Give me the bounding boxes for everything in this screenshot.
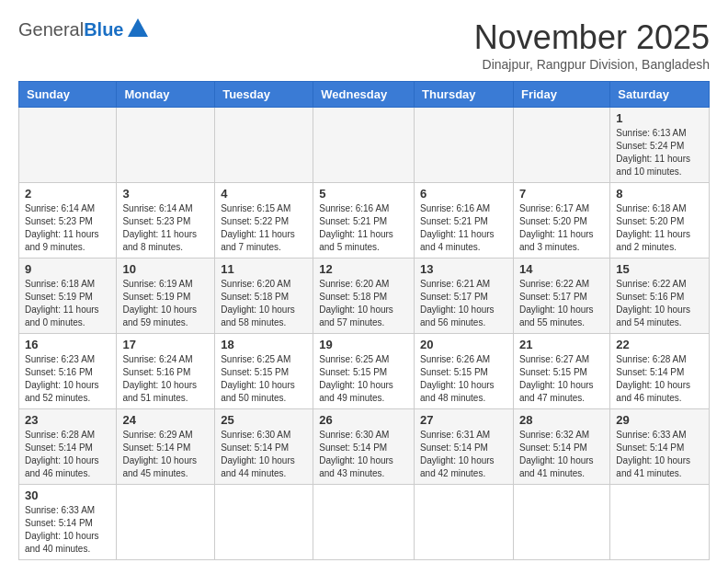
calendar-cell [415, 108, 514, 183]
day-number: 25 [221, 413, 307, 427]
day-info: Sunrise: 6:21 AM Sunset: 5:17 PM Dayligh… [420, 278, 507, 329]
calendar-cell: 7Sunrise: 6:17 AM Sunset: 5:20 PM Daylig… [513, 183, 609, 259]
calendar-table: SundayMondayTuesdayWednesdayThursdayFrid… [18, 81, 710, 560]
day-info: Sunrise: 6:20 AM Sunset: 5:18 PM Dayligh… [221, 278, 307, 329]
calendar-cell: 22Sunrise: 6:28 AM Sunset: 5:14 PM Dayli… [610, 334, 710, 409]
day-number: 12 [319, 262, 408, 276]
calendar-week-row: 9Sunrise: 6:18 AM Sunset: 5:19 PM Daylig… [19, 259, 710, 334]
calendar-cell: 2Sunrise: 6:14 AM Sunset: 5:23 PM Daylig… [19, 183, 117, 259]
day-info: Sunrise: 6:30 AM Sunset: 5:14 PM Dayligh… [319, 429, 408, 480]
day-info: Sunrise: 6:14 AM Sunset: 5:23 PM Dayligh… [122, 202, 209, 254]
day-info: Sunrise: 6:25 AM Sunset: 5:15 PM Dayligh… [221, 353, 307, 405]
day-number: 8 [616, 187, 703, 201]
calendar-cell: 10Sunrise: 6:19 AM Sunset: 5:19 PM Dayli… [117, 259, 215, 334]
logo-general-text: General [18, 19, 84, 40]
day-number: 3 [122, 187, 209, 201]
calendar-cell: 20Sunrise: 6:26 AM Sunset: 5:15 PM Dayli… [415, 334, 514, 409]
weekday-header-thursday: Thursday [415, 82, 514, 108]
calendar-cell: 5Sunrise: 6:16 AM Sunset: 5:21 PM Daylig… [313, 183, 415, 259]
day-number: 17 [122, 338, 209, 351]
calendar-cell: 8Sunrise: 6:18 AM Sunset: 5:20 PM Daylig… [610, 183, 710, 259]
day-number: 4 [221, 187, 307, 201]
calendar-cell: 18Sunrise: 6:25 AM Sunset: 5:15 PM Dayli… [215, 334, 313, 409]
calendar-week-row: 2Sunrise: 6:14 AM Sunset: 5:23 PM Daylig… [19, 183, 710, 259]
day-number: 10 [122, 262, 209, 276]
calendar-cell: 28Sunrise: 6:32 AM Sunset: 5:14 PM Dayli… [513, 409, 609, 485]
day-info: Sunrise: 6:16 AM Sunset: 5:21 PM Dayligh… [420, 202, 507, 254]
day-number: 23 [25, 413, 110, 427]
calendar-cell: 1Sunrise: 6:13 AM Sunset: 5:24 PM Daylig… [610, 108, 710, 183]
calendar-cell: 4Sunrise: 6:15 AM Sunset: 5:22 PM Daylig… [215, 183, 313, 259]
day-info: Sunrise: 6:19 AM Sunset: 5:19 PM Dayligh… [122, 278, 209, 329]
title-area: November 2025 Dinajpur, Rangpur Division… [474, 18, 710, 72]
day-info: Sunrise: 6:17 AM Sunset: 5:20 PM Dayligh… [519, 202, 604, 254]
day-info: Sunrise: 6:31 AM Sunset: 5:14 PM Dayligh… [420, 429, 507, 480]
calendar-cell: 14Sunrise: 6:22 AM Sunset: 5:17 PM Dayli… [513, 259, 609, 334]
day-info: Sunrise: 6:30 AM Sunset: 5:14 PM Dayligh… [221, 429, 307, 480]
day-info: Sunrise: 6:24 AM Sunset: 5:16 PM Dayligh… [122, 353, 209, 405]
location-subtitle: Dinajpur, Rangpur Division, Bangladesh [474, 57, 710, 72]
day-info: Sunrise: 6:29 AM Sunset: 5:14 PM Dayligh… [122, 429, 209, 480]
day-info: Sunrise: 6:14 AM Sunset: 5:23 PM Dayligh… [25, 202, 110, 254]
day-number: 22 [616, 338, 703, 351]
logo: General Blue [18, 18, 148, 41]
weekday-header-tuesday: Tuesday [215, 82, 313, 108]
calendar-cell: 27Sunrise: 6:31 AM Sunset: 5:14 PM Dayli… [415, 409, 514, 485]
calendar-cell: 30Sunrise: 6:33 AM Sunset: 5:14 PM Dayli… [19, 485, 117, 560]
calendar-cell: 11Sunrise: 6:20 AM Sunset: 5:18 PM Dayli… [215, 259, 313, 334]
calendar-cell: 12Sunrise: 6:20 AM Sunset: 5:18 PM Dayli… [313, 259, 415, 334]
calendar-cell: 29Sunrise: 6:33 AM Sunset: 5:14 PM Dayli… [610, 409, 710, 485]
calendar-cell [19, 108, 117, 183]
weekday-header-saturday: Saturday [610, 82, 710, 108]
calendar-cell: 26Sunrise: 6:30 AM Sunset: 5:14 PM Dayli… [313, 409, 415, 485]
calendar-cell [117, 108, 215, 183]
day-number: 9 [25, 262, 110, 276]
calendar-cell [513, 108, 609, 183]
logo-icon [128, 18, 148, 37]
calendar-cell: 23Sunrise: 6:28 AM Sunset: 5:14 PM Dayli… [19, 409, 117, 485]
day-info: Sunrise: 6:16 AM Sunset: 5:21 PM Dayligh… [319, 202, 408, 254]
weekday-header-friday: Friday [513, 82, 609, 108]
day-info: Sunrise: 6:28 AM Sunset: 5:14 PM Dayligh… [25, 429, 110, 480]
day-info: Sunrise: 6:33 AM Sunset: 5:14 PM Dayligh… [616, 429, 703, 480]
day-info: Sunrise: 6:23 AM Sunset: 5:16 PM Dayligh… [25, 353, 110, 405]
calendar-cell: 21Sunrise: 6:27 AM Sunset: 5:15 PM Dayli… [513, 334, 609, 409]
day-number: 21 [519, 338, 604, 351]
calendar-cell: 3Sunrise: 6:14 AM Sunset: 5:23 PM Daylig… [117, 183, 215, 259]
day-number: 29 [616, 413, 703, 427]
logo-blue-text: Blue [84, 19, 123, 40]
calendar-cell: 16Sunrise: 6:23 AM Sunset: 5:16 PM Dayli… [19, 334, 117, 409]
day-info: Sunrise: 6:22 AM Sunset: 5:17 PM Dayligh… [519, 278, 604, 329]
calendar-cell [313, 485, 415, 560]
calendar-cell: 24Sunrise: 6:29 AM Sunset: 5:14 PM Dayli… [117, 409, 215, 485]
day-number: 24 [122, 413, 209, 427]
day-info: Sunrise: 6:25 AM Sunset: 5:15 PM Dayligh… [319, 353, 408, 405]
calendar-cell [313, 108, 415, 183]
day-info: Sunrise: 6:20 AM Sunset: 5:18 PM Dayligh… [319, 278, 408, 329]
calendar-cell [215, 108, 313, 183]
day-info: Sunrise: 6:13 AM Sunset: 5:24 PM Dayligh… [616, 127, 703, 178]
calendar-header-row: SundayMondayTuesdayWednesdayThursdayFrid… [19, 82, 710, 108]
day-info: Sunrise: 6:22 AM Sunset: 5:16 PM Dayligh… [616, 278, 703, 329]
day-info: Sunrise: 6:27 AM Sunset: 5:15 PM Dayligh… [519, 353, 604, 405]
svg-marker-0 [128, 18, 148, 37]
day-number: 30 [25, 488, 110, 502]
day-number: 16 [25, 338, 110, 351]
day-number: 26 [319, 413, 408, 427]
calendar-cell: 17Sunrise: 6:24 AM Sunset: 5:16 PM Dayli… [117, 334, 215, 409]
day-number: 1 [616, 111, 703, 125]
day-number: 6 [420, 187, 507, 201]
calendar-week-row: 16Sunrise: 6:23 AM Sunset: 5:16 PM Dayli… [19, 334, 710, 409]
calendar-cell [513, 485, 609, 560]
calendar-week-row: 23Sunrise: 6:28 AM Sunset: 5:14 PM Dayli… [19, 409, 710, 485]
calendar-week-row: 30Sunrise: 6:33 AM Sunset: 5:14 PM Dayli… [19, 485, 710, 560]
day-info: Sunrise: 6:15 AM Sunset: 5:22 PM Dayligh… [221, 202, 307, 254]
day-number: 15 [616, 262, 703, 276]
day-number: 11 [221, 262, 307, 276]
day-number: 18 [221, 338, 307, 351]
calendar-week-row: 1Sunrise: 6:13 AM Sunset: 5:24 PM Daylig… [19, 108, 710, 183]
day-number: 5 [319, 187, 408, 201]
calendar-cell [415, 485, 514, 560]
day-info: Sunrise: 6:28 AM Sunset: 5:14 PM Dayligh… [616, 353, 703, 405]
calendar-cell: 25Sunrise: 6:30 AM Sunset: 5:14 PM Dayli… [215, 409, 313, 485]
